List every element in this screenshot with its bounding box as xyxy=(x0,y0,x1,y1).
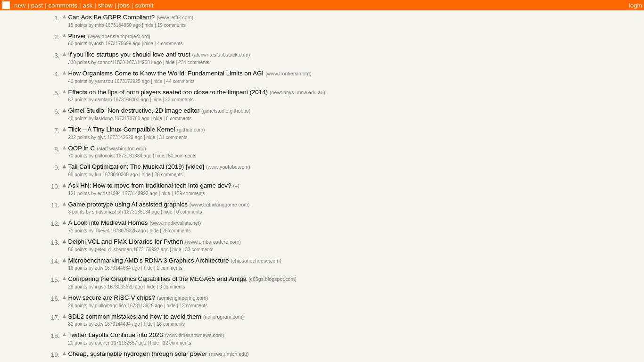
upvote-button[interactable]: ▲ xyxy=(61,163,68,169)
table-row: 18.▲Twitter Layoffs Continue into 2023(w… xyxy=(48,330,595,346)
story-title-link[interactable]: Delphi VCL and FMX Libraries for Python xyxy=(68,238,183,245)
table-row: 5.▲Effects on the lips of horn players s… xyxy=(48,87,595,104)
story-content: Delphi VCL and FMX Libraries for Python(… xyxy=(68,238,595,253)
story-content: How secure are RISC-V chips?(semienginee… xyxy=(68,294,595,309)
nav-sep-2: | xyxy=(45,2,46,9)
story-content: OOP in C(staff.washington.edu)70 points … xyxy=(68,144,595,160)
story-rank: 14. xyxy=(48,256,61,266)
story-content: If you like startups you should love ant… xyxy=(68,50,595,66)
story-content: How Organisms Come to Know the World: Fu… xyxy=(68,69,595,85)
upvote-button[interactable]: ▲ xyxy=(61,144,68,150)
story-title-link[interactable]: Comparing the Graphics Capabilities of t… xyxy=(68,275,247,282)
nav-past[interactable]: past xyxy=(31,2,43,9)
upvote-button[interactable]: ▲ xyxy=(61,107,68,113)
story-title-link[interactable]: How secure are RISC-V chips? xyxy=(68,294,155,301)
story-rank: 8. xyxy=(48,144,61,154)
upvote-button[interactable]: ▲ xyxy=(61,238,68,244)
upvote-button[interactable]: ▲ xyxy=(61,181,68,188)
upvote-button[interactable]: ▲ xyxy=(61,69,68,75)
story-domain: (staff.washington.edu) xyxy=(97,146,146,151)
nav-sep-5: | xyxy=(115,2,116,9)
story-title-link[interactable]: Tail Call Optimization: The Musical (201… xyxy=(68,163,204,170)
story-domain: (news.umich.edu) xyxy=(209,351,248,357)
table-row: 4.▲How Organisms Come to Know the World:… xyxy=(48,68,595,85)
story-content: Gimel Studio: Non-destructive, 2D image … xyxy=(68,107,595,122)
hn-logo-icon xyxy=(2,1,10,9)
story-domain: (www.youtube.com) xyxy=(206,164,250,170)
story-meta: 3 points by smusamashah 1673186134 ago |… xyxy=(68,209,595,215)
story-title-link[interactable]: Microbenchmarking AMD's RDNA 3 Graphics … xyxy=(68,257,229,264)
upvote-button[interactable]: ▲ xyxy=(61,13,68,19)
story-title-link[interactable]: Twitter Layoffs Continue into 2023 xyxy=(68,331,163,338)
upvote-button[interactable]: ▲ xyxy=(61,88,68,94)
story-domain: (newt.phys.unsw.edu.au) xyxy=(270,90,325,95)
table-row: 1.▲Can Ads Be GDPR Compliant?(www.jefftk… xyxy=(48,12,595,29)
story-meta: 40 points by lastdong 1673170760 ago | h… xyxy=(68,115,595,122)
story-title-link[interactable]: OOP in C xyxy=(68,145,95,152)
header: new | past | comments | ask | show | job… xyxy=(0,0,644,10)
story-title-link[interactable]: Gimel Studio: Non-destructive, 2D image … xyxy=(68,107,199,114)
story-meta: 60 points by tosh 1673175699 ago | hide … xyxy=(68,41,595,47)
story-content: Tail Call Optimization: The Musical (201… xyxy=(68,163,595,178)
upvote-button[interactable]: ▲ xyxy=(61,313,68,319)
upvote-button[interactable]: ▲ xyxy=(61,125,68,132)
story-title-link[interactable]: If you like startups you should love ant… xyxy=(68,51,190,58)
story-domain: (www.timesnownews.com) xyxy=(165,332,224,338)
story-title-link[interactable]: A Look into Medieval Homes xyxy=(68,219,148,226)
table-row: 17.▲SDL2 common mistakes and how to avoi… xyxy=(48,312,595,328)
nav-jobs[interactable]: jobs xyxy=(118,2,129,9)
story-title-link[interactable]: Plover xyxy=(68,33,86,40)
story-rank: 1. xyxy=(48,13,61,23)
upvote-button[interactable]: ▲ xyxy=(61,219,68,225)
story-title-link[interactable]: Can Ads Be GDPR Compliant? xyxy=(68,14,155,21)
table-row: 12.▲A Look into Medieval Homes(www.medie… xyxy=(48,218,595,234)
story-rank: 5. xyxy=(48,88,61,98)
table-row: 9.▲Tail Call Optimization: The Musical (… xyxy=(48,162,595,178)
nav-sep-4: | xyxy=(94,2,96,9)
story-content: Comparing the Graphics Capabilities of t… xyxy=(68,275,595,290)
table-row: 2.▲Plover(www.openstenoproject.org)60 po… xyxy=(48,31,595,48)
story-content: Game prototype using AI assisted graphic… xyxy=(68,200,595,216)
story-content: Can Ads Be GDPR Compliant?(www.jefftk.co… xyxy=(68,13,595,29)
story-title-link[interactable]: Cheap, sustainable hydrogen through sola… xyxy=(68,350,207,357)
upvote-button[interactable]: ▲ xyxy=(61,50,68,57)
story-content: Plover(www.openstenoproject.org)60 point… xyxy=(68,32,595,48)
table-row: 6.▲Gimel Studio: Non-destructive, 2D ima… xyxy=(48,106,595,122)
story-rank: 17. xyxy=(48,313,61,322)
story-title-link[interactable]: Ask HN: How to move from traditional tec… xyxy=(68,182,231,189)
story-domain: (www.frontiersin.org) xyxy=(265,71,312,76)
story-title-link[interactable]: Game prototype using AI assisted graphic… xyxy=(68,201,187,208)
stories-list: 1.▲Can Ads Be GDPR Compliant?(www.jefftk… xyxy=(48,10,595,362)
story-title-link[interactable]: Effects on the lips of horn players seat… xyxy=(68,89,268,96)
story-domain: (alexwrites.substack.com) xyxy=(192,52,250,58)
story-title-link[interactable]: Tilck – A Tiny Linux-Compatible Kernel xyxy=(68,126,175,133)
upvote-button[interactable]: ▲ xyxy=(61,32,68,38)
upvote-button[interactable]: ▲ xyxy=(61,294,68,300)
story-meta: 16 points by zdw 1673144634 ago | hide |… xyxy=(68,265,595,272)
story-rank: 6. xyxy=(48,107,61,116)
nav-new[interactable]: new xyxy=(14,2,25,9)
nav-submit[interactable]: submit xyxy=(135,2,153,9)
story-domain: (www.traffickinggame.com) xyxy=(190,202,250,207)
story-title-link[interactable]: SDL2 common mistakes and how to avoid th… xyxy=(68,313,201,320)
story-title-link[interactable]: How Organisms Come to Know the World: Fu… xyxy=(68,70,264,77)
upvote-button[interactable]: ▲ xyxy=(61,275,68,281)
nav-show[interactable]: show xyxy=(98,2,113,9)
story-meta: 15 points by mhb 1673184950 ago | hide |… xyxy=(68,22,595,29)
story-rank: 3. xyxy=(48,50,61,60)
table-row: 14.▲Microbenchmarking AMD's RDNA 3 Graph… xyxy=(48,255,595,272)
story-content: Microbenchmarking AMD's RDNA 3 Graphics … xyxy=(68,256,595,272)
nav-ask[interactable]: ask xyxy=(83,2,93,9)
table-row: 16.▲How secure are RISC-V chips?(semieng… xyxy=(48,293,595,309)
table-row: 11.▲Game prototype using AI assisted gra… xyxy=(48,199,595,216)
story-rank: 9. xyxy=(48,163,61,173)
upvote-button[interactable]: ▲ xyxy=(61,350,68,356)
login-link[interactable]: login xyxy=(629,2,642,9)
upvote-button[interactable]: ▲ xyxy=(61,200,68,206)
story-rank: 16. xyxy=(48,294,61,304)
upvote-button[interactable]: ▲ xyxy=(61,256,68,263)
story-rank: 11. xyxy=(48,200,61,210)
upvote-button[interactable]: ▲ xyxy=(61,331,68,337)
nav-sep-1: | xyxy=(27,2,29,9)
nav-comments[interactable]: comments xyxy=(49,2,77,9)
